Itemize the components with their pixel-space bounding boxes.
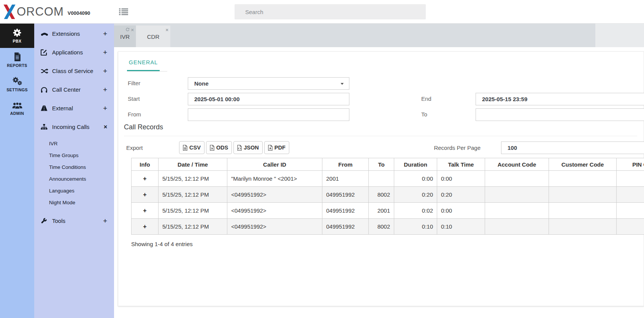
sidebar-item-call-center[interactable]: Call Center + (34, 80, 114, 99)
expand-row-icon[interactable]: + (143, 207, 146, 214)
call-records-table: Info Date / Time Caller ID From To Durat… (131, 158, 644, 235)
to-input[interactable] (476, 108, 644, 121)
expand-plus-icon[interactable]: + (103, 49, 107, 56)
brand-name: ORCOM (17, 5, 64, 19)
records-per-page-label: Records Per Page (407, 145, 481, 151)
cell-duration: 0:02 (394, 203, 437, 219)
gears-icon (12, 77, 22, 86)
cell-account-code (485, 219, 549, 235)
export-button-label: PDF (274, 145, 286, 151)
records-per-page-input[interactable] (501, 142, 644, 154)
expand-plus-icon[interactable]: + (103, 30, 107, 37)
sitemap-icon (41, 124, 51, 130)
end-date-input[interactable] (476, 93, 644, 105)
expand-plus-icon[interactable]: + (103, 217, 107, 224)
tab-general[interactable]: GENERAL (127, 56, 160, 71)
phone-icon (41, 31, 51, 37)
expand-plus-icon[interactable]: + (103, 105, 107, 112)
xorcom-x-logo-icon (3, 5, 16, 19)
col-header-to: To (369, 158, 394, 171)
cell-to: 2001 (369, 203, 394, 219)
expand-row-icon[interactable]: + (143, 191, 146, 198)
sidebar-item-time-groups[interactable]: Time Groups (34, 149, 114, 161)
cell-to: 8002 (369, 187, 394, 203)
cell-talk-time: 0:10 (437, 219, 485, 235)
search-input[interactable] (235, 4, 426, 19)
cell-account-code (485, 171, 549, 187)
cell-customer-code (549, 203, 617, 219)
col-header-date-time: Date / Time (159, 158, 227, 171)
start-date-input[interactable] (188, 93, 349, 105)
col-header-talk-time: Talk Time (437, 158, 485, 171)
road-icon (41, 105, 51, 111)
cell-to: 8002 (369, 219, 394, 235)
expand-plus-icon[interactable]: + (103, 86, 107, 93)
export-ods-button[interactable]: ODS (206, 141, 232, 154)
export-button-label: ODS (216, 145, 228, 151)
col-header-info: Info (132, 158, 159, 171)
cdr-panel: GENERAL Filter None Start End From To Ca… (118, 51, 644, 306)
close-icon[interactable]: × (131, 27, 134, 32)
export-button-label: CSV (189, 145, 201, 151)
app-window: ORCOM V0004090 (0, 0, 644, 318)
shuffle-icon (41, 68, 51, 74)
sidebar-item-tools[interactable]: Tools + (34, 211, 114, 230)
sidebar-item-class-of-service[interactable]: Class of Service + (34, 62, 114, 80)
sidebar-menu: Extensions + Applications + Class of (34, 24, 114, 318)
start-label: Start (128, 95, 140, 102)
cell-date-time: 5/15/25, 12:12 PM (159, 171, 227, 187)
expand-row-icon[interactable]: + (143, 175, 146, 182)
cell-talk-time: 0:00 (437, 203, 485, 219)
export-pdf-button[interactable]: PDF (264, 141, 289, 154)
export-csv-button[interactable]: CSV (179, 141, 205, 154)
col-header-pin-code: PIN Code (617, 158, 644, 171)
sidebar-item-extensions[interactable]: Extensions + (34, 24, 114, 43)
filter-select[interactable]: None (188, 77, 349, 90)
json-file-icon (237, 145, 242, 151)
refresh-icon[interactable] (125, 28, 130, 32)
sidebar-item-applications[interactable]: Applications + (34, 43, 114, 62)
csv-file-icon (183, 145, 187, 151)
sidebar-item-time-conditions[interactable]: Time Conditions (34, 161, 114, 173)
chevron-down-icon (341, 83, 344, 85)
sidebar-item-languages[interactable]: Languages (34, 185, 114, 197)
col-header-caller-id: Caller ID (227, 158, 322, 171)
cell-caller-id: <049951992> (227, 187, 322, 203)
rail-item-pbx[interactable]: PBX (0, 24, 34, 48)
sidebar-item-incoming-calls[interactable]: Incoming Calls × (34, 118, 114, 136)
collapse-x-icon[interactable]: × (104, 124, 107, 130)
close-icon[interactable]: × (165, 27, 168, 32)
from-input[interactable] (188, 108, 349, 121)
version-label: V0004090 (68, 10, 90, 16)
main-content: × IVR × CDR GENERAL Filter None Start En… (114, 24, 644, 318)
rail-item-settings[interactable]: SETTINGS (0, 72, 34, 97)
cell-pin-code (617, 203, 644, 219)
table-header-row: Info Date / Time Caller ID From To Durat… (132, 158, 644, 171)
sidebar-item-night-mode[interactable]: Night Mode (34, 197, 114, 208)
sidebar-item-external[interactable]: External + (34, 99, 114, 118)
list-menu-icon[interactable] (119, 8, 128, 16)
ods-file-icon (210, 145, 214, 151)
sidebar-item-label: Applications (52, 49, 103, 56)
tab-ivr[interactable]: × IVR (114, 25, 136, 47)
cell-from: 049951992 (322, 219, 369, 235)
cell-customer-code (549, 171, 617, 187)
rail-item-admin[interactable]: ADMIN (0, 97, 34, 121)
export-json-button[interactable]: JSON (233, 141, 263, 154)
sidebar-item-announcements[interactable]: Announcements (34, 173, 114, 185)
cell-date-time: 5/15/25, 12:12 PM (159, 203, 227, 219)
expand-row-icon[interactable]: + (143, 223, 146, 230)
cell-from: 2001 (322, 171, 369, 187)
rail-item-reports[interactable]: REPORTS (0, 48, 34, 72)
sidebar-item-ivr[interactable]: IVR (34, 138, 114, 149)
sidebar-item-label: Tools (52, 218, 103, 224)
table-row: + 5/15/25, 12:12 PM <049951992> 04995199… (132, 219, 644, 235)
to-label: To (421, 111, 427, 118)
expand-plus-icon[interactable]: + (103, 67, 107, 75)
tab-cdr[interactable]: × CDR (136, 25, 170, 47)
cell-pin-code (617, 219, 644, 235)
cell-pin-code (617, 187, 644, 203)
cell-customer-code (549, 219, 617, 235)
col-header-from: From (322, 158, 369, 171)
tab-strip (114, 24, 595, 47)
